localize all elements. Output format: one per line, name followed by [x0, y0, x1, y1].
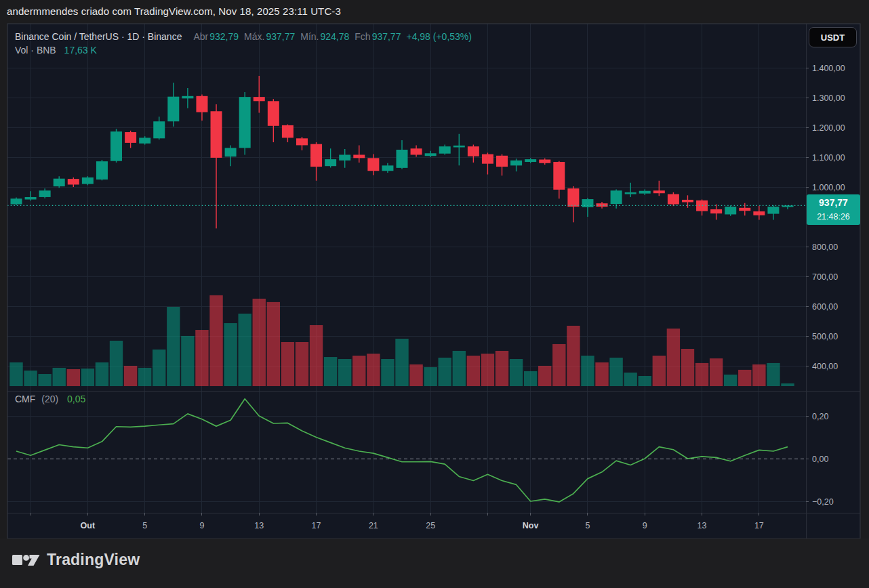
volume-bar — [195, 330, 208, 386]
price-axis-label: 1.200,00 — [812, 123, 845, 133]
volume-bar — [81, 369, 94, 386]
volume-bar — [324, 357, 337, 386]
chart-panel-background — [7, 24, 860, 539]
time-axis-label: 5 — [585, 521, 590, 530]
volume-bar — [9, 362, 22, 386]
volume-bar — [267, 302, 280, 386]
candle-body — [25, 197, 37, 200]
candle-body — [525, 159, 536, 162]
volume-bar — [96, 362, 108, 386]
candle-body — [611, 190, 622, 204]
volume-bar — [524, 371, 537, 386]
last-price-badge[interactable]: 937,77 21:48:26 — [807, 194, 860, 225]
symbol-legend[interactable]: Binance Coin / TetherUS · 1D · Binance A… — [15, 31, 472, 42]
candle-body — [739, 208, 750, 211]
volume-bar — [381, 359, 394, 386]
low-value: 924,78 — [320, 31, 349, 42]
candle-body — [767, 207, 779, 214]
candle-body — [539, 160, 550, 163]
candle-body — [196, 96, 207, 112]
volume-bar — [567, 326, 580, 386]
volume-bar — [53, 368, 66, 386]
cmf-axis-label: 0,00 — [812, 455, 828, 464]
tradingview-logo-icon — [12, 552, 40, 568]
cmf-indicator-legend[interactable]: CMF (20) 0,05 — [15, 394, 85, 404]
candle-body — [153, 121, 165, 138]
volume-bar — [224, 323, 237, 386]
chart-canvas[interactable]: 1.400,001.300,001.200,001.100,001.000,00… — [0, 0, 869, 588]
close-value: 937,77 — [372, 31, 401, 42]
candle-body — [296, 138, 308, 145]
last-price-value: 937,77 — [807, 194, 860, 211]
volume-bar — [724, 375, 737, 386]
candle-body — [11, 198, 22, 204]
candle-body — [425, 153, 437, 156]
volume-bar — [738, 370, 751, 386]
high-label: Máx. — [244, 31, 264, 42]
cmf-axis-label: −0,20 — [812, 497, 834, 507]
time-axis-label: 17 — [754, 521, 764, 530]
volume-bar — [595, 362, 608, 386]
candle-body — [653, 190, 665, 193]
currency-toggle-button[interactable]: USDT — [809, 27, 857, 47]
candle-body — [110, 131, 122, 161]
candle-body — [411, 148, 422, 154]
volume-bar — [710, 358, 723, 386]
candle-body — [54, 179, 65, 186]
candle-body — [167, 97, 179, 122]
volume-bar — [209, 295, 222, 386]
volume-bar — [253, 299, 266, 386]
candle-body — [139, 138, 150, 143]
time-axis-label: 25 — [426, 521, 435, 530]
candle-body — [310, 144, 322, 167]
price-axis-label: 1.400,00 — [812, 64, 845, 73]
close-label: Fch — [355, 31, 370, 42]
candle-body — [567, 188, 579, 207]
candle-body — [353, 154, 365, 158]
time-axis-label: 9 — [643, 521, 647, 530]
volume-bar — [124, 366, 137, 386]
volume-bar — [67, 369, 80, 386]
candle-body — [268, 101, 279, 126]
time-axis-label: Nov — [523, 521, 539, 530]
candle-body — [625, 192, 636, 194]
candle-body — [468, 146, 479, 156]
cmf-axis-label: 0,20 — [812, 412, 828, 421]
time-axis-label: 17 — [312, 521, 321, 530]
volume-bar — [767, 363, 780, 386]
volume-bar — [552, 344, 565, 386]
candle-body — [39, 190, 51, 197]
time-axis-label: 21 — [369, 521, 378, 530]
volume-bar — [667, 329, 680, 386]
footer-bar: TradingView — [0, 539, 869, 588]
volume-bar — [653, 356, 666, 386]
volume-bar — [395, 339, 408, 386]
volume-legend[interactable]: Vol · BNB 17,63 K — [15, 45, 97, 56]
volume-bar — [352, 356, 365, 386]
volume-bar — [310, 325, 323, 386]
time-axis-label: 13 — [254, 521, 264, 530]
candle-body — [367, 158, 379, 171]
bar-close-countdown: 21:48:26 — [807, 211, 860, 223]
volume-bar — [181, 336, 194, 386]
volume-bar — [153, 350, 165, 386]
candle-body — [254, 97, 265, 101]
low-label: Mín. — [300, 31, 319, 42]
symbol-title[interactable]: Binance Coin / TetherUS · 1D · Binance — [15, 31, 182, 42]
tradingview-logo[interactable]: TradingView — [12, 551, 140, 569]
volume-bar — [453, 351, 466, 386]
candle-body — [211, 111, 222, 158]
candle-body — [753, 211, 765, 215]
open-label: Abr — [193, 31, 208, 42]
candle-body — [282, 125, 294, 138]
candle-body — [682, 200, 693, 203]
candle-body — [725, 207, 736, 214]
price-axis-label: 1.300,00 — [812, 93, 845, 103]
candle-body — [382, 165, 393, 171]
volume-bar — [110, 341, 123, 386]
volume-bar — [38, 374, 51, 386]
volume-bar — [695, 363, 708, 386]
volume-bar — [338, 359, 351, 386]
candle-body — [553, 162, 565, 190]
volume-bar — [238, 314, 251, 386]
